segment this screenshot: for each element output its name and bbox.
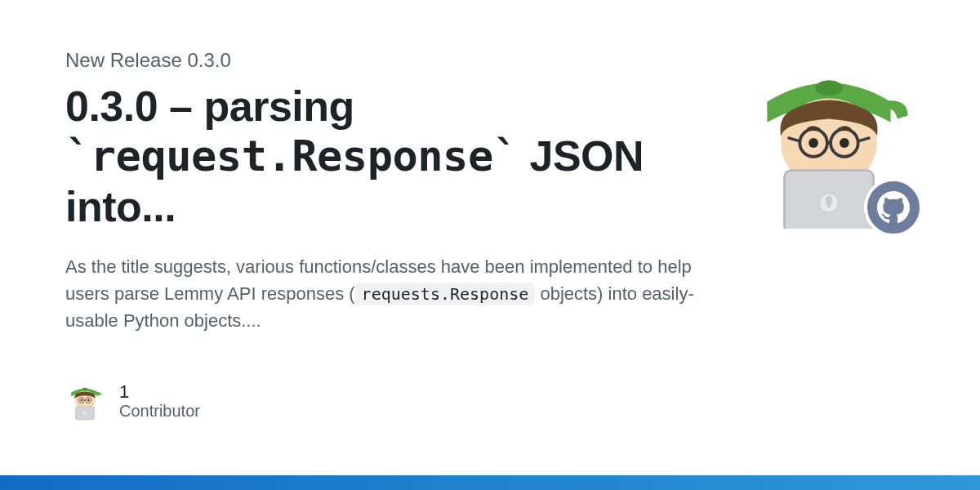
svg-point-3 — [80, 399, 82, 401]
release-card: New Release 0.3.0 0.3.0 – parsing `reque… — [0, 0, 980, 490]
svg-point-15 — [840, 138, 849, 148]
title-text-prefix: 0.3.0 – parsing — [65, 82, 354, 130]
description-code: requests.Response — [355, 283, 536, 305]
accent-bar — [0, 475, 980, 490]
release-title: 0.3.0 – parsing `request.Response` JSON … — [65, 82, 686, 232]
svg-point-1 — [82, 388, 88, 391]
svg-point-12 — [815, 80, 843, 96]
github-icon — [877, 191, 910, 224]
contributor-count: 1 — [119, 382, 200, 402]
svg-point-14 — [808, 138, 818, 148]
release-description: As the title suggests, various functions… — [65, 253, 694, 334]
title-code: `request.Response` — [65, 131, 519, 180]
svg-point-4 — [87, 399, 89, 401]
contributor-avatar — [65, 381, 105, 421]
svg-point-10 — [83, 412, 87, 415]
github-badge — [864, 178, 923, 237]
contributor-row: 1 Contributor — [65, 381, 915, 421]
contributor-text: 1 Contributor — [119, 382, 200, 420]
technologist-emoji-icon — [65, 381, 105, 421]
contributor-label: Contributor — [119, 402, 200, 420]
author-avatar-block — [743, 57, 915, 229]
